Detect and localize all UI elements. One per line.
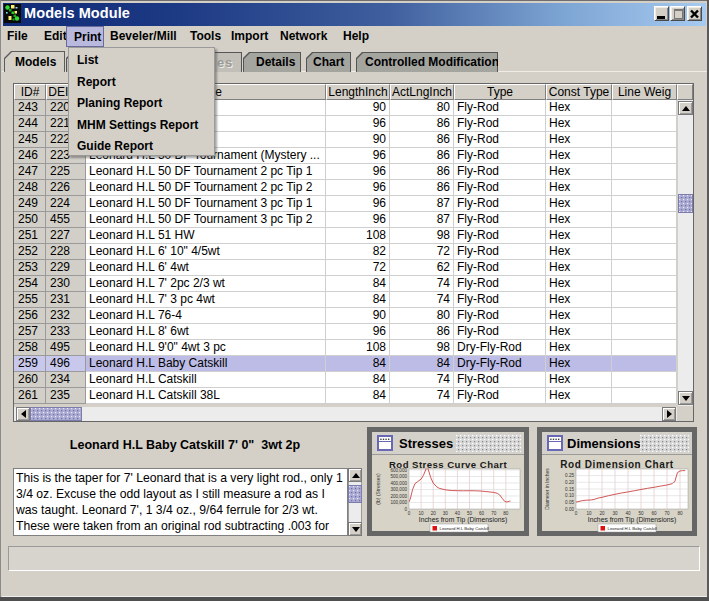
svg-text:0.25: 0.25 — [565, 473, 574, 478]
svg-text:0.15: 0.15 — [565, 486, 574, 491]
svg-text:0.10: 0.10 — [565, 493, 574, 498]
svg-text:0.05: 0.05 — [565, 499, 574, 504]
svg-text:100,000: 100,000 — [390, 500, 407, 505]
svg-text:0.00: 0.00 — [565, 506, 574, 511]
svg-text:300,000: 300,000 — [390, 487, 407, 492]
svg-text:80: 80 — [677, 510, 683, 515]
svg-text:200,000: 200,000 — [390, 493, 407, 498]
svg-text:Leonard H.L Baby Catskill: Leonard H.L Baby Catskill — [440, 525, 490, 530]
svg-text:Inches from Tip (Dimensions): Inches from Tip (Dimensions) — [419, 515, 507, 523]
svg-text:(lb) (Stresses): (lb) (Stresses) — [375, 472, 381, 504]
svg-text:Inches from Tip (Dimensions): Inches from Tip (Dimensions) — [588, 515, 676, 523]
svg-text:600,000: 600,000 — [390, 467, 407, 472]
svg-text:Rod Dimension Chart: Rod Dimension Chart — [560, 459, 674, 470]
svg-text:Diameter in Inches: Diameter in Inches — [544, 467, 550, 509]
svg-text:0: 0 — [575, 510, 578, 515]
svg-text:500,000: 500,000 — [390, 474, 407, 479]
svg-text:Leonard H.L Baby Catskill: Leonard H.L Baby Catskill — [608, 525, 658, 530]
svg-text:400,000: 400,000 — [390, 480, 407, 485]
svg-text:0: 0 — [408, 510, 411, 515]
svg-text:0.20: 0.20 — [565, 479, 574, 484]
